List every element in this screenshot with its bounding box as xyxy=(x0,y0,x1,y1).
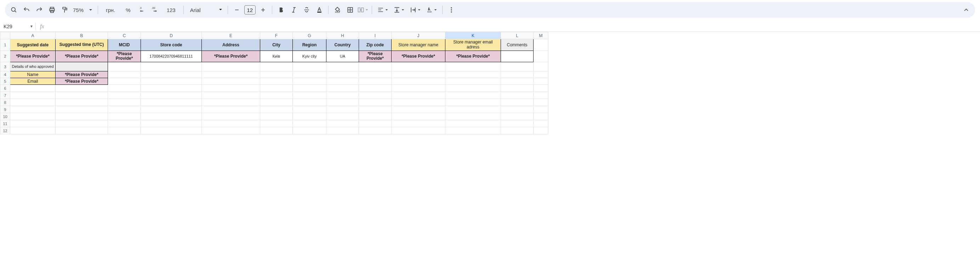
cell[interactable] xyxy=(202,85,260,92)
col-header[interactable]: J xyxy=(391,32,445,39)
cell[interactable] xyxy=(391,127,445,134)
cell[interactable] xyxy=(293,127,326,134)
cell[interactable] xyxy=(10,113,56,120)
cell[interactable] xyxy=(359,120,391,127)
col-header[interactable]: A xyxy=(10,32,56,39)
col-header[interactable]: K xyxy=(445,32,501,39)
cell[interactable] xyxy=(260,113,293,120)
collapse-toolbar-icon[interactable] xyxy=(960,4,972,16)
row-header[interactable]: 5 xyxy=(0,78,10,85)
col-header[interactable]: C xyxy=(108,32,141,39)
cell[interactable]: *Please Provide* xyxy=(202,51,260,62)
cell[interactable] xyxy=(56,85,108,92)
more-toolbar-icon[interactable] xyxy=(445,4,457,16)
cell[interactable] xyxy=(391,113,445,120)
cell[interactable]: *Please Provide* xyxy=(10,51,56,62)
cell[interactable] xyxy=(501,71,533,78)
cell[interactable] xyxy=(141,78,202,85)
cell[interactable] xyxy=(391,120,445,127)
cell[interactable]: Region xyxy=(293,39,326,51)
row-header[interactable]: 11 xyxy=(0,120,10,127)
search-icon[interactable] xyxy=(8,4,20,16)
cell[interactable]: 17008422070946811111 xyxy=(141,51,202,62)
more-formats-button[interactable]: 123 xyxy=(162,4,181,16)
paint-format-icon[interactable] xyxy=(59,4,71,16)
cell[interactable]: *Please Provide* xyxy=(391,51,445,62)
cell[interactable] xyxy=(326,120,359,127)
cell[interactable] xyxy=(108,106,141,113)
undo-icon[interactable] xyxy=(21,4,33,16)
cell[interactable] xyxy=(501,113,533,120)
cell[interactable] xyxy=(202,92,260,99)
row-header[interactable]: 6 xyxy=(0,85,10,92)
cell[interactable] xyxy=(533,78,549,85)
row-header[interactable]: 3 xyxy=(0,62,10,71)
text-rotation-button[interactable] xyxy=(424,4,439,16)
cell[interactable] xyxy=(391,92,445,99)
row-header[interactable]: 12 xyxy=(0,127,10,134)
name-box[interactable]: K29 ▼ xyxy=(0,24,35,29)
cell[interactable] xyxy=(293,106,326,113)
cell[interactable] xyxy=(293,92,326,99)
borders-button[interactable] xyxy=(344,4,356,16)
cell[interactable] xyxy=(293,120,326,127)
decrease-font-size-button[interactable] xyxy=(231,4,243,16)
col-header[interactable]: I xyxy=(359,32,391,39)
cell[interactable] xyxy=(202,120,260,127)
cell[interactable] xyxy=(359,78,391,85)
cell[interactable] xyxy=(445,71,501,78)
cell[interactable] xyxy=(56,106,108,113)
cell[interactable] xyxy=(293,113,326,120)
row-header[interactable]: 8 xyxy=(0,99,10,106)
col-header[interactable]: E xyxy=(202,32,260,39)
cell[interactable] xyxy=(202,78,260,85)
cell[interactable] xyxy=(10,85,56,92)
cell[interactable]: Email xyxy=(10,78,56,85)
cell[interactable] xyxy=(10,127,56,134)
increase-decimal-icon[interactable]: .00 xyxy=(149,4,161,16)
cell[interactable]: UA xyxy=(326,51,359,62)
cell[interactable] xyxy=(293,78,326,85)
fill-color-button[interactable] xyxy=(331,4,344,16)
cell[interactable]: Comments xyxy=(501,39,533,51)
cell[interactable] xyxy=(202,127,260,134)
cell[interactable] xyxy=(56,62,108,71)
cell[interactable]: *Please Provide* xyxy=(56,51,108,62)
cell[interactable] xyxy=(260,71,293,78)
cell[interactable] xyxy=(260,62,293,71)
cell[interactable] xyxy=(445,85,501,92)
cell[interactable] xyxy=(533,127,549,134)
cell[interactable] xyxy=(359,99,391,106)
row-header[interactable]: 4 xyxy=(0,71,10,78)
cell[interactable] xyxy=(533,106,549,113)
cell[interactable] xyxy=(501,51,533,62)
cell[interactable] xyxy=(108,127,141,134)
cell[interactable] xyxy=(108,113,141,120)
cell[interactable] xyxy=(202,106,260,113)
cell[interactable] xyxy=(141,106,202,113)
cell[interactable]: Address xyxy=(202,39,260,51)
col-header[interactable]: G xyxy=(293,32,326,39)
increase-font-size-button[interactable] xyxy=(257,4,269,16)
cell[interactable] xyxy=(108,120,141,127)
cell[interactable] xyxy=(359,106,391,113)
cell[interactable] xyxy=(533,85,549,92)
cell[interactable]: Київ xyxy=(260,51,293,62)
cell[interactable] xyxy=(108,71,141,78)
text-color-button[interactable] xyxy=(313,4,325,16)
percent-format-button[interactable]: % xyxy=(121,4,135,16)
cell[interactable] xyxy=(56,120,108,127)
cell[interactable] xyxy=(359,113,391,120)
row-header[interactable]: 1 xyxy=(0,39,10,51)
col-header[interactable]: M xyxy=(533,32,549,39)
bold-button[interactable] xyxy=(275,4,287,16)
merge-cells-button[interactable] xyxy=(357,4,369,16)
cell[interactable] xyxy=(141,62,202,71)
redo-icon[interactable] xyxy=(33,4,45,16)
col-header[interactable]: B xyxy=(56,32,108,39)
cell[interactable] xyxy=(141,92,202,99)
row-header[interactable]: 10 xyxy=(0,113,10,120)
cell[interactable] xyxy=(202,71,260,78)
cell[interactable] xyxy=(141,71,202,78)
cell[interactable] xyxy=(326,127,359,134)
